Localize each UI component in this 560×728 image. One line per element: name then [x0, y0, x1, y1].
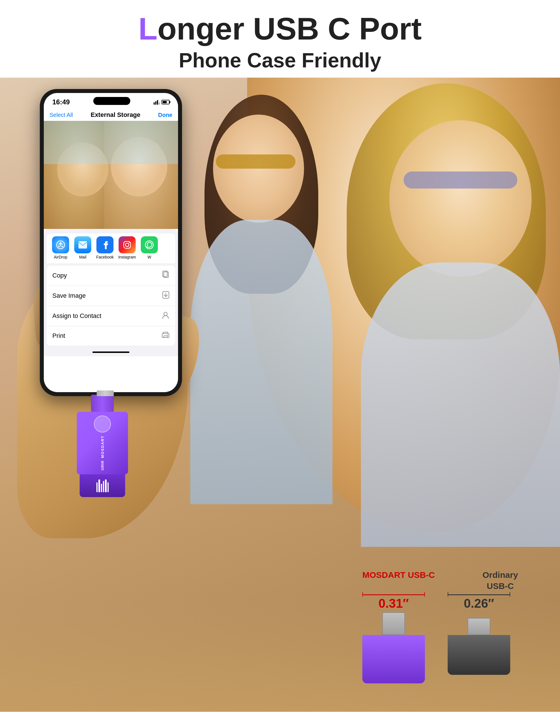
comp-labels-row: MOSDART USB-C OrdinaryUSB-C	[362, 569, 532, 591]
nav-bar: Select All External Storage Done	[44, 109, 178, 121]
status-time: 16:49	[52, 98, 70, 106]
mosdart-connector	[382, 612, 405, 635]
right-woman-body	[361, 262, 560, 547]
phone-container: 16:49	[23, 83, 222, 567]
ordinary-brand-name: OrdinaryUSB-C	[469, 569, 532, 591]
usb-connector-top	[94, 390, 117, 396]
usb-pivot-button	[94, 415, 111, 433]
left-sunglasses	[216, 154, 296, 169]
airdrop-app-item[interactable]: AirDrop	[51, 236, 71, 259]
svg-rect-3	[78, 241, 87, 249]
instagram-app-item[interactable]: Instagram	[117, 236, 137, 259]
left-woman-face	[213, 115, 304, 223]
select-all-button[interactable]: Select All	[49, 112, 73, 118]
ordinary-usb-item: 0.26″	[448, 594, 510, 675]
airdrop-icon	[52, 236, 69, 253]
mosdart-measure-bracket: 0.31″	[362, 594, 425, 611]
whatsapp-label: W	[147, 255, 151, 259]
mosdart-label: MOSDART USB-C	[362, 569, 435, 591]
print-action[interactable]: Print	[47, 326, 175, 346]
print-label: Print	[52, 332, 65, 340]
copy-label: Copy	[52, 272, 67, 279]
app-icons-row: AirDrop Mail Facebook	[47, 233, 175, 263]
assign-contact-action[interactable]: Assign to Contact	[47, 306, 175, 326]
save-image-label: Save Image	[52, 292, 86, 299]
main-title: Longer USB C Port	[0, 11, 560, 46]
home-indicator	[44, 348, 178, 356]
done-button[interactable]: Done	[158, 112, 172, 118]
instagram-label: Instagram	[118, 255, 136, 259]
phone-photo-inner	[44, 121, 178, 229]
photo-sky	[44, 121, 178, 164]
assign-contact-label: Assign to Contact	[52, 312, 101, 320]
mosdart-usb-item: 0.31″	[362, 594, 425, 683]
copy-icon	[162, 271, 170, 280]
subtitle: Phone Case Friendly	[0, 49, 560, 72]
copy-action[interactable]: Copy	[47, 266, 175, 286]
background-photo	[190, 78, 560, 561]
usb-drive-cap	[80, 474, 125, 497]
share-sheet: AirDrop Mail Facebook	[44, 229, 178, 356]
usb-barcode	[96, 479, 109, 492]
signal-bars	[154, 100, 160, 105]
ordinary-measure-bracket: 0.26″	[448, 594, 510, 611]
save-image-icon	[162, 291, 170, 301]
instagram-icon	[119, 236, 136, 253]
status-bar: 16:49	[44, 93, 178, 109]
save-image-action[interactable]: Save Image	[47, 286, 175, 306]
phone-screen: 16:49	[44, 93, 178, 392]
nav-title: External Storage	[91, 111, 140, 119]
ordinary-connector	[468, 618, 490, 635]
mosdart-measurement: 0.31″	[362, 596, 425, 611]
airdrop-label: AirDrop	[54, 255, 67, 259]
comparison-section: MOSDART USB-C OrdinaryUSB-C 0.31″	[357, 564, 537, 689]
whatsapp-app-item[interactable]: W	[139, 236, 159, 259]
facebook-label: Facebook	[96, 255, 113, 259]
mail-label: Mail	[79, 255, 86, 259]
header: Longer USB C Port Phone Case Friendly	[0, 0, 560, 78]
home-bar	[92, 351, 129, 353]
usb-metal-top	[97, 390, 114, 396]
print-icon	[162, 331, 170, 340]
mail-app-item[interactable]: Mail	[73, 236, 93, 259]
usb-brand-text: MOSDART	[100, 435, 105, 458]
usb-neck	[91, 395, 114, 412]
right-sunglasses	[404, 171, 517, 189]
facebook-icon	[96, 236, 113, 253]
title-letter-l: L	[138, 11, 157, 46]
photo-area	[44, 121, 178, 229]
svg-point-5	[125, 243, 129, 247]
usb-capacity-text: 128GB	[101, 461, 104, 471]
right-woman-face	[389, 120, 532, 277]
ordinary-body	[448, 635, 510, 675]
status-icons	[154, 100, 170, 105]
phone-frame: 16:49	[40, 89, 182, 396]
usb-drive-body: MOSDART 128GB	[77, 412, 128, 474]
usb-comparison-visual: 0.31″ 0.26″	[362, 594, 532, 683]
dynamic-island	[93, 97, 130, 105]
facebook-app-item[interactable]: Facebook	[95, 236, 115, 259]
action-rows: Copy Save Image Assign to	[47, 266, 175, 346]
svg-point-14	[167, 335, 168, 336]
svg-point-11	[164, 312, 167, 316]
mosdart-body	[362, 635, 425, 683]
main-scene: 16:49	[0, 78, 560, 712]
ordinary-measurement: 0.26″	[448, 596, 510, 611]
assign-contact-icon	[162, 311, 170, 321]
battery-fill	[163, 101, 167, 103]
svg-point-1	[58, 246, 60, 247]
svg-rect-13	[164, 336, 167, 338]
svg-point-2	[62, 246, 63, 247]
mosdart-brand-name: MOSDART USB-C	[362, 569, 435, 580]
battery-icon	[162, 100, 170, 104]
usb-drive: MOSDART 128GB	[74, 395, 131, 497]
ordinary-label: OrdinaryUSB-C	[469, 569, 532, 591]
whatsapp-icon	[141, 236, 158, 253]
svg-point-6	[129, 242, 130, 243]
mail-icon	[74, 236, 91, 253]
